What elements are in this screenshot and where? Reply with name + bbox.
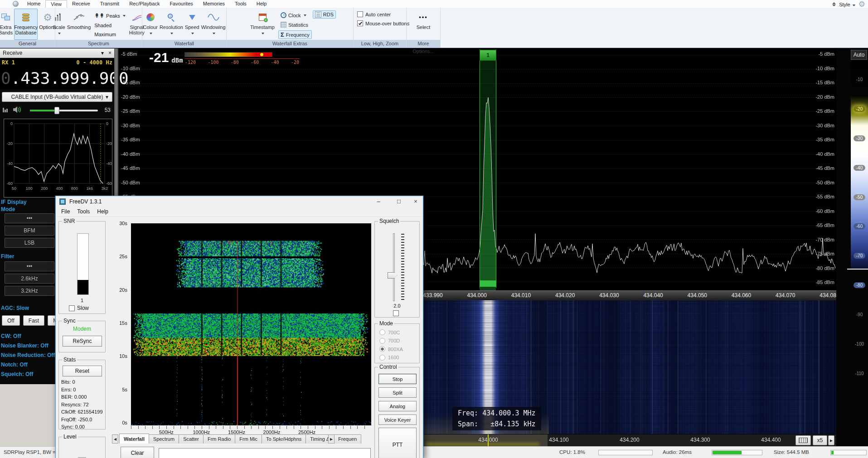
clear-button[interactable]: Clear <box>121 447 154 458</box>
audio-device-select[interactable]: CABLE Input (VB-Audio Virtual Cable) ▾ <box>2 92 112 102</box>
freedv-tab[interactable]: Spectrum <box>149 434 179 444</box>
timestamp-button[interactable]: + Timestamp <box>247 9 277 40</box>
maximize-button[interactable]: □ <box>391 197 407 206</box>
colour-button[interactable]: Colour <box>143 9 158 40</box>
auto-range-button[interactable]: Auto <box>851 50 867 60</box>
equalizer-icon[interactable] <box>3 108 8 112</box>
menu-tab[interactable]: Tools <box>230 0 252 8</box>
frequency-display[interactable]: 0.433.999.900 <box>0 67 114 89</box>
rds-button[interactable]: RDS <box>313 10 336 19</box>
panel-pin-icon[interactable]: ▾ <box>101 50 104 56</box>
clock-button[interactable]: Clock <box>278 11 312 19</box>
squelch-checkbox[interactable] <box>393 310 399 316</box>
select-button[interactable]: ••• Select <box>412 9 435 40</box>
level-marker[interactable]: -70 <box>853 253 865 259</box>
mode-radio[interactable]: 800XA <box>379 346 403 352</box>
mode-button[interactable]: LSB <box>5 238 54 248</box>
menu-tab[interactable]: Receive <box>67 0 95 8</box>
freedv-tab[interactable]: Frequen <box>334 434 361 444</box>
windowing-button[interactable]: Windowing <box>201 9 226 40</box>
agc-button[interactable]: Fast <box>23 315 44 326</box>
level-marker[interactable]: -10 <box>853 77 865 82</box>
app-orb-icon[interactable] <box>13 1 19 7</box>
level-marker[interactable]: -90 <box>853 312 865 318</box>
menu-tab[interactable]: Transmit <box>95 0 124 8</box>
dsp-status-line[interactable]: CW: Off <box>1 333 55 339</box>
mode-button[interactable]: ••• <box>5 213 54 223</box>
freedv-tab[interactable]: To Spkr/Hdphns <box>262 434 306 444</box>
menu-tab[interactable]: View <box>45 0 67 8</box>
level-marker[interactable]: -40 <box>853 165 865 171</box>
mouse-over-buttons-checkbox[interactable]: Mouse-over buttons <box>357 20 409 26</box>
tab-scroll-left-icon[interactable]: ◀ <box>112 434 118 444</box>
minimize-button[interactable]: – <box>371 197 386 206</box>
extra-bands-button[interactable]: Extra Bands <box>0 9 13 40</box>
shaded-button[interactable]: Shaded <box>92 22 127 29</box>
menu-tab[interactable]: Memories <box>198 0 230 8</box>
speed-button[interactable]: Speed <box>184 9 200 40</box>
waterfall-colorbar[interactable] <box>184 52 272 57</box>
level-marker[interactable]: -50 <box>853 194 865 200</box>
filter-button[interactable]: 3.2kHz <box>5 286 54 296</box>
collapse-ribbon-icon[interactable] <box>832 2 836 6</box>
receive-panel-titlebar[interactable]: Receive ▾ × <box>0 48 114 58</box>
freedv-tab[interactable]: Frm Radio <box>203 434 235 444</box>
tab-scroll-right-icon[interactable]: ▶ <box>328 434 335 444</box>
control-button[interactable]: Voice Keyer <box>378 415 417 425</box>
freedv-window[interactable]: FreeDV 1.3.1 – □ × FileToolsHelp SNR 1 S… <box>55 196 423 458</box>
zoom-x5-button[interactable]: x5 <box>813 435 827 445</box>
volume-slider[interactable] <box>30 110 98 111</box>
filter-button[interactable]: ••• <box>5 261 54 271</box>
style-menu[interactable]: Style <box>839 2 855 7</box>
dsp-status-line[interactable]: Squelch: Off <box>1 371 55 377</box>
resolution-button[interactable]: + Resolution <box>159 9 184 40</box>
peaks-button[interactable]: ↟↟Peaks <box>92 11 127 20</box>
freedv-waterfall-canvas[interactable] <box>131 223 371 425</box>
control-button[interactable]: Stop <box>378 374 417 384</box>
freedv-menu-item[interactable]: Tools <box>73 207 93 216</box>
maximum-button[interactable]: Maximum <box>92 31 127 38</box>
reset-button[interactable]: Reset <box>63 366 102 376</box>
resync-button[interactable]: ReSync <box>63 336 102 347</box>
frequency-button[interactable]: ΣFrequency <box>278 30 312 39</box>
freedv-tab[interactable]: Scatter <box>179 434 204 444</box>
level-marker[interactable]: -100 <box>853 341 865 347</box>
mode-button[interactable]: BFM <box>5 226 54 236</box>
freedv-tab[interactable]: Frm Mic <box>235 434 262 444</box>
freedv-titlebar[interactable]: FreeDV 1.3.1 – □ × <box>56 196 423 207</box>
auto-center-checkbox[interactable]: Auto center <box>357 11 391 17</box>
menu-tab[interactable]: Help <box>252 0 272 8</box>
control-button[interactable]: Analog <box>378 401 417 411</box>
squelch-slider-thumb[interactable] <box>388 272 398 279</box>
level-marker[interactable]: -20 <box>853 106 865 112</box>
menu-tab[interactable]: Rec/Playback <box>124 0 165 8</box>
keyboard-entry-button[interactable] <box>795 435 811 445</box>
volume-slider-thumb[interactable] <box>54 107 59 114</box>
frequency-database-button[interactable]: Frequency Database <box>14 9 38 40</box>
freedv-menu-item[interactable]: File <box>58 207 73 216</box>
smoothing-button[interactable]: Smoothing <box>67 9 92 40</box>
level-marker[interactable]: -80 <box>853 282 865 288</box>
speaker-icon[interactable] <box>12 106 21 114</box>
text-output-field[interactable] <box>159 448 371 458</box>
level-marker[interactable]: -110 <box>853 371 865 376</box>
freedv-tab[interactable]: Waterfall <box>119 434 149 444</box>
close-button[interactable]: × <box>408 197 423 206</box>
dsp-status-line[interactable]: Noise Reduction: Off <box>1 352 55 358</box>
squelch-slider[interactable] <box>393 233 395 301</box>
filter-button[interactable]: 2.6kHz <box>5 274 54 284</box>
menu-tab[interactable]: Favourites <box>165 0 198 8</box>
channel-marker-badge[interactable]: 1 <box>480 50 496 61</box>
menu-tab[interactable]: Home <box>22 0 45 8</box>
freedv-menu-item[interactable]: Help <box>93 207 112 216</box>
mode-radio[interactable]: 700C <box>379 329 403 335</box>
control-button[interactable]: Split <box>378 387 417 398</box>
agc-button[interactable]: Off <box>2 315 20 326</box>
dsp-status-line[interactable]: Noise Blanker: Off <box>1 342 55 349</box>
snr-slow-checkbox[interactable]: Slow <box>69 305 89 311</box>
level-marker[interactable]: -60 <box>853 223 865 229</box>
dsp-status-line[interactable]: Notch: Off <box>1 362 55 368</box>
statistics-button[interactable]: Statistics <box>278 21 312 29</box>
gear-icon[interactable]: ⚙ <box>858 0 865 8</box>
ptt-button[interactable]: PTT <box>378 428 417 458</box>
